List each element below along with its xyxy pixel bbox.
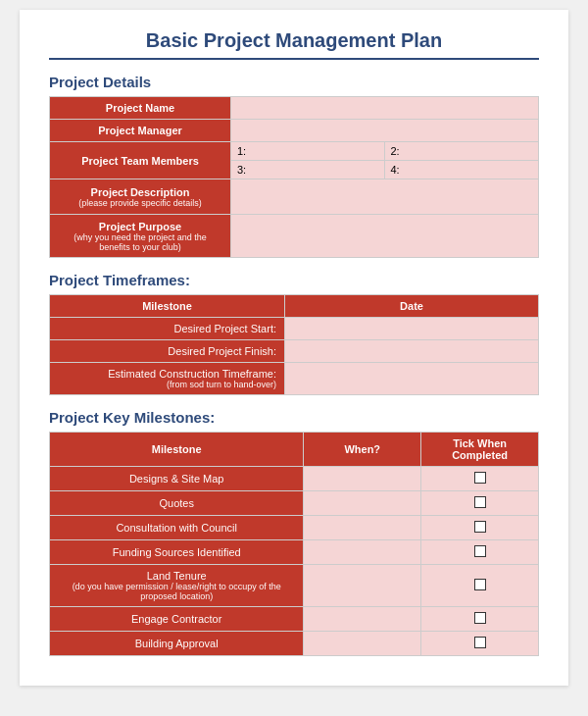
quotes-tick[interactable] xyxy=(421,491,539,516)
project-name-value[interactable] xyxy=(231,97,539,120)
checkbox-icon[interactable] xyxy=(474,472,486,484)
table-row: Engage Contractor xyxy=(50,607,539,632)
table-row: Desired Project Finish: xyxy=(50,340,539,363)
funding-sources-tick[interactable] xyxy=(421,540,539,565)
table-row: Milestone Date xyxy=(50,295,539,318)
desired-finish-label: Desired Project Finish: xyxy=(50,340,285,363)
table-row: Project Team Members 1: 2: 3: 4: xyxy=(50,142,539,179)
team-member-3[interactable]: 3: xyxy=(231,161,385,179)
project-name-label: Project Name xyxy=(50,97,231,120)
table-row: Designs & Site Map xyxy=(50,467,539,491)
table-row: Funding Sources Identified xyxy=(50,540,539,565)
construction-timeframe-value[interactable] xyxy=(285,363,539,395)
checkbox-icon[interactable] xyxy=(474,637,486,648)
designs-site-map-label: Designs & Site Map xyxy=(50,467,304,491)
land-tenure-label: Land Tenure (do you have permission / le… xyxy=(50,565,304,607)
table-row: Estimated Construction Timeframe: (from … xyxy=(50,363,539,395)
consultation-council-tick[interactable] xyxy=(421,516,539,540)
team-member-4[interactable]: 4: xyxy=(385,161,539,179)
milestone-col-header: Milestone xyxy=(50,433,304,467)
project-purpose-value[interactable] xyxy=(231,215,539,258)
project-timeframes-table: Milestone Date Desired Project Start: De… xyxy=(49,294,539,395)
project-timeframes-title: Project Timeframes: xyxy=(49,272,539,288)
desired-finish-value[interactable] xyxy=(285,340,539,363)
table-row: Building Approval xyxy=(50,632,539,656)
checkbox-icon[interactable] xyxy=(474,521,486,533)
checkbox-icon[interactable] xyxy=(474,496,486,508)
table-row: Desired Project Start: xyxy=(50,318,539,340)
table-row: Land Tenure (do you have permission / le… xyxy=(50,565,539,607)
consultation-council-label: Consultation with Council xyxy=(50,516,304,540)
project-description-value[interactable] xyxy=(231,179,539,215)
project-description-label: Project Description (please provide spec… xyxy=(50,179,231,215)
construction-timeframe-label: Estimated Construction Timeframe: (from … xyxy=(50,363,285,395)
project-team-label: Project Team Members xyxy=(50,142,231,179)
building-approval-when[interactable] xyxy=(304,632,421,656)
page: Basic Project Management Plan Project De… xyxy=(20,10,568,686)
desired-start-label: Desired Project Start: xyxy=(50,318,285,340)
key-milestones-title: Project Key Milestones: xyxy=(49,409,539,426)
designs-site-map-tick[interactable] xyxy=(421,467,539,491)
building-approval-tick[interactable] xyxy=(421,632,539,656)
table-row: Milestone When? Tick When Completed xyxy=(50,433,539,467)
team-member-2[interactable]: 2: xyxy=(385,142,539,161)
project-purpose-label: Project Purpose (why you need the projec… xyxy=(50,215,231,258)
quotes-label: Quotes xyxy=(50,491,304,516)
table-row: Project Manager xyxy=(50,120,539,142)
desired-start-value[interactable] xyxy=(285,318,539,340)
land-tenure-when[interactable] xyxy=(304,565,421,607)
funding-sources-label: Funding Sources Identified xyxy=(50,540,304,565)
project-details-title: Project Details xyxy=(49,74,539,90)
date-header: Date xyxy=(285,295,539,318)
milestone-header: Milestone xyxy=(50,295,285,318)
table-row: Quotes xyxy=(50,491,539,516)
land-tenure-tick[interactable] xyxy=(421,565,539,607)
engage-contractor-when[interactable] xyxy=(304,607,421,632)
tick-col-header: Tick When Completed xyxy=(421,433,539,467)
project-manager-label: Project Manager xyxy=(50,120,231,142)
project-team-value[interactable]: 1: 2: 3: 4: xyxy=(231,142,539,179)
engage-contractor-tick[interactable] xyxy=(421,607,539,632)
checkbox-icon[interactable] xyxy=(474,579,486,590)
quotes-when[interactable] xyxy=(304,491,421,516)
team-member-1[interactable]: 1: xyxy=(231,142,385,161)
table-row: Project Description (please provide spec… xyxy=(50,179,539,215)
table-row: Project Purpose (why you need the projec… xyxy=(50,215,539,258)
consultation-council-when[interactable] xyxy=(304,516,421,540)
project-manager-value[interactable] xyxy=(231,120,539,142)
key-milestones-table: Milestone When? Tick When Completed Desi… xyxy=(49,432,539,656)
checkbox-icon[interactable] xyxy=(474,545,486,557)
designs-site-map-when[interactable] xyxy=(304,467,421,491)
engage-contractor-label: Engage Contractor xyxy=(50,607,304,632)
building-approval-label: Building Approval xyxy=(50,632,304,656)
main-title: Basic Project Management Plan xyxy=(49,29,539,60)
funding-sources-when[interactable] xyxy=(304,540,421,565)
checkbox-icon[interactable] xyxy=(474,612,486,624)
project-details-table: Project Name Project Manager Project Tea… xyxy=(49,96,539,258)
table-row: Consultation with Council xyxy=(50,516,539,540)
table-row: Project Name xyxy=(50,97,539,120)
when-col-header: When? xyxy=(304,433,421,467)
